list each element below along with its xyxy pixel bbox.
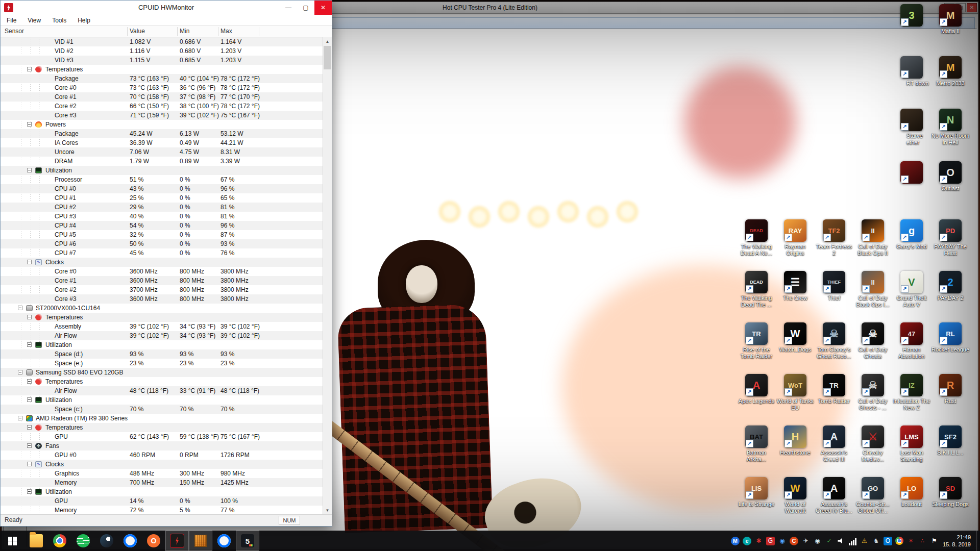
tree-expand-box[interactable] xyxy=(18,416,22,420)
desktop-shortcut[interactable]: SF2↗S.K.I.L.L... xyxy=(931,425,970,456)
sensor-row[interactable]: DRAM1.79 W0.89 W3.39 W xyxy=(1,157,323,166)
taskbar-app-origin[interactable]: O xyxy=(142,531,165,551)
close-button[interactable]: ✕ xyxy=(314,1,332,15)
sensor-row[interactable]: GPU62 °C (143 °F)59 °C (138 °F)75 °C (16… xyxy=(1,432,323,441)
sensor-row[interactable]: IA Cores36.39 W0.49 W44.21 W xyxy=(1,138,323,147)
menu-item-tools[interactable]: Tools xyxy=(52,17,66,24)
tree-expand-box[interactable] xyxy=(27,489,32,494)
tray-malwarebytes-icon[interactable]: M xyxy=(731,537,740,545)
sensor-row[interactable]: Temperatures xyxy=(1,423,323,432)
desktop-shortcut[interactable]: ↗Starve ether xyxy=(892,109,931,146)
sensor-row[interactable]: CPU #745 %0 %76 % xyxy=(1,248,323,258)
sensor-row[interactable]: CPU #532 %0 %87 % xyxy=(1,230,323,239)
show-desktop-button[interactable] xyxy=(976,531,980,551)
tray-onedrive-icon[interactable]: O xyxy=(884,537,892,545)
sensor-row[interactable]: Samsung SSD 840 EVO 120GB xyxy=(1,368,323,377)
sensor-row[interactable]: CPU #043 %0 %96 % xyxy=(1,184,323,193)
tray-ubisoft-tray-icon[interactable]: ◉ xyxy=(778,537,787,545)
scroll-up-arrow[interactable]: ▲ xyxy=(323,37,332,46)
tree-expand-box[interactable] xyxy=(27,379,32,384)
taskbar-app-hwmonitor[interactable] xyxy=(165,531,189,551)
start-button[interactable] xyxy=(0,531,24,551)
desktop-shortcut[interactable]: M↗Metro 2033 xyxy=(931,56,970,87)
sensor-row[interactable]: Core #13600 MHz800 MHz3800 MHz xyxy=(1,276,323,285)
sensor-row[interactable]: VID #31.115 V0.685 V1.203 V xyxy=(1,56,323,65)
desktop-shortcut[interactable]: ↗RT down xyxy=(892,56,931,87)
desktop-shortcut[interactable]: R↗Rust xyxy=(931,374,970,405)
scrollbar-thumb[interactable] xyxy=(324,46,331,69)
sensor-row[interactable]: Space (e:)23 %23 %23 % xyxy=(1,359,323,368)
menu-item-view[interactable]: View xyxy=(28,17,41,24)
desktop-shortcut[interactable]: II↗Call of Duty Black Ops I... xyxy=(853,271,892,308)
sensor-row[interactable]: Memory72 %5 %77 % xyxy=(1,506,323,515)
desktop-shortcut[interactable]: II↗Call of Duty Black Ops II xyxy=(853,219,892,257)
desktop-shortcut[interactable]: W↗Watch_Dogs xyxy=(776,322,815,353)
tree-expand-box[interactable] xyxy=(27,168,32,172)
desktop-shortcut[interactable]: BAT↗Batman Arkha... xyxy=(737,425,776,463)
desktop-shortcut[interactable]: 47↗Hitman Absolution xyxy=(892,322,931,360)
sensor-row[interactable]: Package45.24 W6.13 W53.12 W xyxy=(1,129,323,138)
column-header-min[interactable]: Min xyxy=(180,28,189,35)
sensor-row[interactable]: Temperatures xyxy=(1,377,323,386)
sensor-row[interactable]: Uncore7.06 W4.75 W8.31 W xyxy=(1,147,323,157)
tray-airplane-icon[interactable]: ✈ xyxy=(801,537,810,545)
sensor-row[interactable]: Package73 °C (163 °F)40 °C (104 °F)78 °C… xyxy=(1,74,323,83)
desktop-shortcut[interactable]: IZ↗Infestation The New Z xyxy=(892,374,931,411)
tree-expand-box[interactable] xyxy=(27,260,32,264)
tree-expand-box[interactable] xyxy=(27,122,32,127)
tray-red-hand-icon[interactable]: ✶ xyxy=(906,537,915,545)
scroll-down-arrow[interactable]: ▼ xyxy=(323,506,332,515)
desktop-shortcut[interactable]: LMS↗Last Man Standing xyxy=(892,425,931,463)
column-header-max[interactable]: Max xyxy=(220,28,232,35)
tray-ccleaner-icon[interactable]: C xyxy=(790,537,798,545)
hwmonitor-titlebar[interactable]: CPUID HWMonitor — ▢ ✕ xyxy=(1,1,332,15)
tree-expand-box[interactable] xyxy=(18,370,22,374)
sensor-row[interactable]: Temperatures xyxy=(1,313,323,322)
taskbar-app-hotcpu[interactable] xyxy=(189,531,212,551)
desktop-shortcut[interactable]: A↗Assassin's Creed IV Bla... xyxy=(815,477,853,514)
desktop-shortcut[interactable]: RAY↗Rayman Origins xyxy=(776,219,815,257)
sensor-row[interactable]: VID #21.116 V0.680 V1.203 V xyxy=(1,46,323,56)
hwmonitor-scrollbar[interactable]: ▲ ▼ xyxy=(323,37,332,515)
desktop-shortcut[interactable]: SD↗Sleeping Dogs xyxy=(931,477,970,508)
sensor-row[interactable]: Core #23700 MHz800 MHz3800 MHz xyxy=(1,285,323,294)
tray-wifi-warning-icon[interactable]: ⚠ xyxy=(860,537,869,545)
desktop-shortcut[interactable]: H↗Hearthstone xyxy=(776,425,815,456)
tray-red-app-icon[interactable]: ✱ xyxy=(754,537,763,545)
sensor-row[interactable]: CPU #229 %0 %81 % xyxy=(1,203,323,212)
desktop-shortcut[interactable]: O↗Outlast xyxy=(931,161,970,192)
taskbar-app-uplay[interactable] xyxy=(118,531,142,551)
sensor-row[interactable]: Core #03600 MHz800 MHz3800 MHz xyxy=(1,267,323,276)
sensor-row[interactable]: Core #371 °C (159 °F)39 °C (102 °F)75 °C… xyxy=(1,111,323,120)
tree-expand-box[interactable] xyxy=(27,315,32,319)
desktop-shortcut[interactable]: V↗Grand Theft Auto V xyxy=(892,271,931,308)
sensor-row[interactable]: GPU14 %0 %100 % xyxy=(1,496,323,506)
desktop-shortcut[interactable]: M↗Mafia II xyxy=(931,4,970,35)
sensor-row[interactable]: Utilization xyxy=(1,395,323,405)
tray-eset-icon[interactable]: e xyxy=(743,537,751,545)
sensor-row[interactable]: Assembly39 °C (102 °F)34 °C (93 °F)39 °C… xyxy=(1,322,323,331)
sensor-row[interactable]: Utilization xyxy=(1,166,323,175)
minimize-button[interactable]: — xyxy=(280,1,297,15)
sensor-row[interactable]: Memory700 MHz150 MHz1425 MHz xyxy=(1,478,323,487)
sensor-row[interactable]: Air Flow48 °C (118 °F)33 °C (91 °F)48 °C… xyxy=(1,386,323,395)
desktop-shortcut[interactable]: A↗Apex Legends xyxy=(737,374,776,405)
menu-item-file[interactable]: File xyxy=(7,17,16,24)
desktop-shortcut[interactable]: ☠↗Tom Clancy's Ghost Reco... xyxy=(815,322,853,360)
desktop-shortcut[interactable]: A↗Assassin's Creed III xyxy=(815,425,853,463)
sensor-row[interactable]: ∿Clocks xyxy=(1,460,323,469)
desktop-shortcut[interactable]: RL↗Rocket League xyxy=(931,322,970,353)
sensor-row[interactable]: Space (c:)70 %70 %70 % xyxy=(1,405,323,414)
sensor-row[interactable]: ∿Clocks xyxy=(1,258,323,267)
sensor-row[interactable]: CPU #454 %0 %96 % xyxy=(1,221,323,230)
taskbar-app-uplay-2[interactable] xyxy=(212,531,236,551)
tray-network-bars-icon[interactable] xyxy=(848,537,857,545)
sensor-row[interactable]: CPU #125 %0 %65 % xyxy=(1,193,323,203)
desktop-shortcut[interactable]: DEAD↗The Walking Dead A Ne... xyxy=(737,219,776,257)
desktop-shortcut[interactable]: N↗No More Room in Hell xyxy=(931,109,970,146)
sensor-row[interactable]: Graphics486 MHz300 MHz980 MHz xyxy=(1,469,323,478)
tray-steam-tray-icon[interactable]: ◉ xyxy=(813,537,822,545)
sensor-row[interactable]: Processor51 %0 %67 % xyxy=(1,175,323,184)
tree-expand-box[interactable] xyxy=(18,306,22,310)
sensor-row[interactable]: Core #170 °C (158 °F)37 °C (98 °F)77 °C … xyxy=(1,92,323,102)
